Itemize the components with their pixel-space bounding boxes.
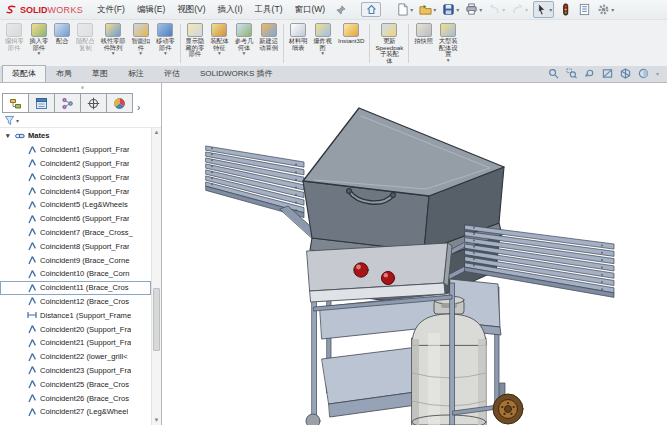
view-settings-icon[interactable]: [638, 68, 649, 79]
scrollbar-up-arrow[interactable]: ▲: [152, 128, 161, 137]
dropdown-caret-icon[interactable]: ▾: [502, 6, 505, 13]
panel-tab-featuremanager-tree[interactable]: [2, 93, 29, 113]
dropdown-caret-icon[interactable]: ▾: [456, 6, 459, 13]
menu-item[interactable]: 视图(V): [171, 2, 211, 16]
ribbon-bom-button[interactable]: 材料明细表: [286, 21, 311, 66]
menu-item[interactable]: 插入(I): [212, 2, 249, 16]
panel-tab-propertymanager[interactable]: [28, 93, 55, 113]
burner-knob-left[interactable]: [354, 263, 368, 277]
tree-item-mate[interactable]: Coincident9 (Brace_Corne: [0, 253, 151, 267]
tree-item-mates-folder[interactable]: ▾ Mates: [0, 129, 151, 143]
tree-item-mate[interactable]: Coincident7 (Brace_Cross_: [0, 226, 151, 240]
pin-menu-icon[interactable]: [335, 4, 347, 16]
dropdown-caret-icon[interactable]: ▾: [243, 51, 246, 56]
dropdown-caret-icon[interactable]: ▾: [656, 70, 659, 77]
scrollbar-thumb[interactable]: [153, 288, 160, 350]
tab-评估[interactable]: 评估: [154, 65, 190, 82]
home-button[interactable]: [361, 2, 381, 17]
menu-item[interactable]: 编辑(E): [131, 2, 171, 16]
panel-tab-dimxpertmanager[interactable]: [80, 93, 107, 113]
tree-item-mate[interactable]: Coincident1 (Support_Frar: [0, 143, 151, 157]
wheel-left[interactable]: [306, 414, 320, 425]
ribbon-mate-button[interactable]: 配合: [51, 21, 73, 66]
open-folder-button[interactable]: ▾: [418, 2, 437, 17]
expand-collapse-icon[interactable]: ▾: [6, 132, 15, 140]
tree-item-mate[interactable]: Coincident2 (Support_Frar: [0, 157, 151, 171]
tree-item-mate[interactable]: Coincident6 (Support_Frar: [0, 212, 151, 226]
tree-item-mate[interactable]: Coincident11 (Brace_Cros: [0, 281, 151, 295]
dropdown-caret-icon[interactable]: ▾: [433, 6, 436, 13]
tab-SOLIDWORKS 插件[interactable]: SOLIDWORKS 插件: [190, 65, 282, 82]
panel-tab-overflow-arrow[interactable]: ›: [137, 103, 140, 113]
dropdown-caret-icon[interactable]: ▾: [139, 51, 142, 56]
zoom-area-icon[interactable]: [566, 68, 577, 79]
select-cursor-button[interactable]: ▾: [533, 1, 554, 18]
ribbon-update-speedpak-button[interactable]: 更新Speedpak子装配体: [372, 21, 406, 66]
display-style-icon[interactable]: [620, 68, 631, 79]
tree-item-mate[interactable]: Coincident5 (Leg&Wheels: [0, 198, 151, 212]
tree-item-mate[interactable]: Coincident23 (Support_Fra: [0, 364, 151, 378]
dropdown-caret-icon[interactable]: ▾: [321, 51, 324, 56]
filter-funnel-icon[interactable]: [4, 115, 15, 126]
tree-item-mate[interactable]: Coincident10 (Brace_Corn: [0, 267, 151, 281]
save-button[interactable]: ▾: [441, 2, 460, 17]
tab-标注[interactable]: 标注: [118, 65, 154, 82]
panel-tab-displaymanager[interactable]: [106, 93, 133, 113]
tab-装配体[interactable]: 装配体: [2, 65, 46, 82]
tab-布局[interactable]: 布局: [46, 65, 82, 82]
panel-splitter-handle[interactable]: [0, 83, 161, 91]
dropdown-caret-icon[interactable]: ▾: [549, 6, 552, 13]
dropdown-caret-icon[interactable]: ▾: [37, 51, 40, 56]
burner-knob-right[interactable]: [381, 271, 394, 284]
dropdown-caret-icon[interactable]: ▾: [164, 51, 167, 56]
left-side-shelf[interactable]: [206, 146, 318, 238]
section-view-icon[interactable]: [602, 68, 613, 79]
ribbon-assembly-features-button[interactable]: 装配体特征▾: [207, 21, 232, 66]
tree-item-mate[interactable]: Coincident26 (Brace_Cros: [0, 391, 151, 405]
menu-item[interactable]: 工具(T): [249, 2, 289, 16]
ribbon-large-assembly-button[interactable]: 大型装配体设置▾: [436, 21, 461, 66]
control-panel[interactable]: [307, 243, 452, 302]
dropdown-caret-icon[interactable]: ▾: [447, 58, 450, 63]
ribbon-motion-study-button[interactable]: 新建运动算例: [256, 21, 281, 66]
zoom-fit-icon[interactable]: [548, 68, 559, 79]
ribbon-snapshot-button[interactable]: 拍快照: [411, 21, 436, 66]
tree-item-mate[interactable]: Coincident27 (Leg&Wheel: [0, 405, 151, 419]
dropdown-caret-icon[interactable]: ▾: [218, 51, 221, 56]
tree-item-mate[interactable]: Coincident21 (Support_Fra: [0, 336, 151, 350]
dropdown-caret-icon[interactable]: ▾: [410, 6, 413, 13]
ribbon-show-hidden-button[interactable]: 显示隐藏的零部件: [183, 21, 208, 66]
dropdown-caret-icon[interactable]: ▾: [525, 6, 528, 13]
tree-item-mate[interactable]: Coincident25 (Brace_Cros: [0, 377, 151, 391]
ribbon-linear-pattern-button[interactable]: 线性零部件阵列▾: [98, 21, 129, 66]
tree-item-mate[interactable]: Coincident3 (Support_Frar: [0, 170, 151, 184]
menu-item[interactable]: 窗口(W): [288, 2, 331, 16]
dropdown-caret-icon[interactable]: ▾: [479, 6, 482, 13]
ribbon-smart-fasteners-button[interactable]: 智能扣件▾: [128, 21, 153, 66]
panel-tab-configurationmanager[interactable]: [54, 93, 81, 113]
tree-item-mate[interactable]: Coincident20 (Support_Fra: [0, 322, 151, 336]
file-properties-button[interactable]: [577, 2, 592, 17]
tree-item-mate[interactable]: Coincident8 (Support_Frar: [0, 239, 151, 253]
tree-item-mate[interactable]: Coincident22 (lower_grill<: [0, 350, 151, 364]
rebuild-button[interactable]: [558, 2, 573, 17]
ribbon-reference-geometry-button[interactable]: 参考几何体▾: [232, 21, 257, 66]
options-gear-button[interactable]: ▾: [596, 2, 615, 17]
bbq-grill-assembly-model[interactable]: [162, 83, 666, 425]
tree-item-mate[interactable]: Coincident12 (Brace_Cros: [0, 295, 151, 309]
tree-scrollbar[interactable]: ▲ ▼: [151, 128, 161, 425]
ribbon-insert-component-button[interactable]: 插入零部件▾: [27, 21, 52, 66]
ribbon-move-component-button[interactable]: 移动零部件▾: [153, 21, 178, 66]
new-document-button[interactable]: ▾: [395, 2, 414, 17]
tree-item-mate[interactable]: Coincident4 (Support_Frar: [0, 184, 151, 198]
menu-item[interactable]: 文件(F): [91, 2, 131, 16]
print-button[interactable]: ▾: [464, 2, 483, 17]
filter-dropdown-caret-icon[interactable]: ▾: [16, 117, 19, 124]
ribbon-instant3d-button[interactable]: Instant3D: [335, 21, 367, 66]
dropdown-caret-icon[interactable]: ▾: [611, 6, 614, 13]
previous-view-icon[interactable]: [584, 68, 595, 79]
tree-item-mate[interactable]: Distance1 (Support_Frame: [0, 308, 151, 322]
dropdown-caret-icon[interactable]: ▾: [112, 51, 115, 56]
scrollbar-down-arrow[interactable]: ▼: [152, 416, 161, 425]
ribbon-exploded-view-button[interactable]: 爆炸视图▾: [310, 21, 335, 66]
